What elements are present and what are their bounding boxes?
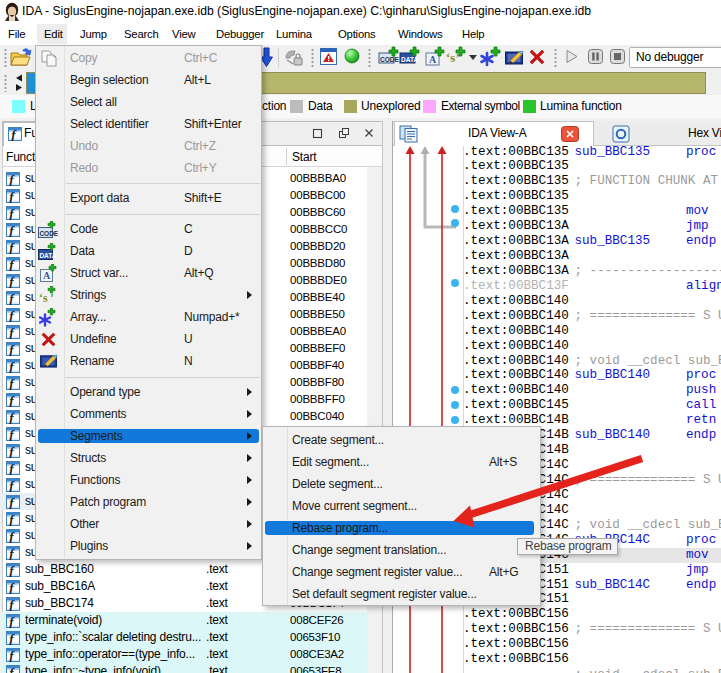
svg-text:CODE: CODE	[39, 230, 58, 237]
svg-text:DATA: DATA	[39, 252, 56, 259]
svg-text:A: A	[43, 270, 51, 281]
svg-text:CODE: CODE	[380, 56, 399, 63]
svg-text:DATA: DATA	[401, 56, 418, 63]
svg-text:A: A	[429, 54, 437, 65]
svg-text:s: s	[43, 291, 48, 305]
